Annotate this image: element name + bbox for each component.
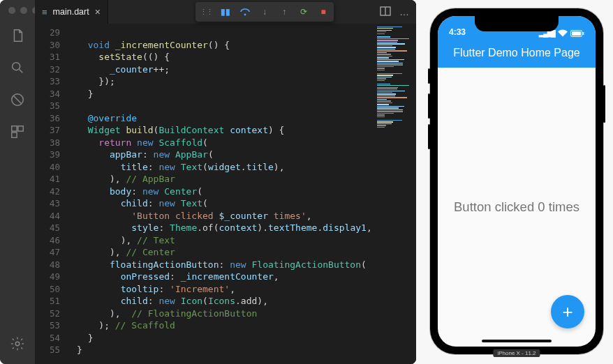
counter-text: Button clicked 0 times xyxy=(454,199,579,215)
debug-stop-button[interactable]: ■ xyxy=(317,6,330,18)
phone-power-button xyxy=(603,85,605,123)
debug-restart-button[interactable]: ⟳ xyxy=(297,6,310,18)
app-bar-title: Flutter Demo Home Page xyxy=(453,47,579,59)
svg-point-5 xyxy=(15,342,20,346)
debug-pause-button[interactable]: ▮▮ xyxy=(219,6,232,18)
debug-step-into-button[interactable]: ↓ xyxy=(258,6,271,18)
floating-action-button[interactable]: + xyxy=(551,295,584,328)
search-icon[interactable] xyxy=(10,60,25,78)
more-actions-icon[interactable]: … xyxy=(399,6,409,18)
phone-mute-switch xyxy=(428,68,430,84)
status-time: 4:33 xyxy=(449,27,466,37)
editor-tabbar: ≡ main.dart × ⋮⋮ ▮▮ ↓ ↑ ⟳ ■ … xyxy=(35,0,416,24)
debug-toolbar[interactable]: ⋮⋮ ▮▮ ↓ ↑ ⟳ ■ xyxy=(195,2,334,22)
svg-rect-4 xyxy=(12,132,17,137)
phone-notch xyxy=(475,16,559,31)
device-label: iPhone X - 11.2 xyxy=(493,349,540,357)
phone-screen: 4:33 ▂▄▆█ Flutter Demo Home Page Button … xyxy=(438,16,596,347)
debug-step-out-button[interactable]: ↑ xyxy=(278,6,290,18)
code-content[interactable]: void _incrementCounter() { setState(() {… xyxy=(70,24,416,364)
tab-main-dart[interactable]: ≡ main.dart × xyxy=(35,0,108,24)
tab-close-icon[interactable]: × xyxy=(95,6,101,17)
minimap[interactable] xyxy=(374,24,416,364)
settings-gear-icon[interactable] xyxy=(10,336,25,354)
split-editor-icon[interactable] xyxy=(380,6,391,18)
svg-rect-3 xyxy=(18,126,23,131)
iphone-frame: 4:33 ▂▄▆█ Flutter Demo Home Page Button … xyxy=(430,8,603,354)
line-number-gutter: 29 30 31 32 33 34 35 36 37 38 39 40 41 4… xyxy=(35,24,70,364)
svg-rect-9 xyxy=(572,31,581,36)
mac-min-dot[interactable] xyxy=(20,7,27,14)
extensions-icon[interactable] xyxy=(10,124,25,142)
wifi-icon xyxy=(558,29,568,37)
svg-point-6 xyxy=(244,14,246,16)
home-indicator[interactable] xyxy=(482,340,552,342)
svg-rect-10 xyxy=(583,32,584,35)
battery-icon xyxy=(570,30,584,37)
debug-icon[interactable] xyxy=(10,92,25,110)
add-icon: + xyxy=(562,301,573,323)
debug-step-over-button[interactable] xyxy=(239,6,251,18)
explorer-icon[interactable] xyxy=(10,28,25,46)
code-area[interactable]: 29 30 31 32 33 34 35 36 37 38 39 40 41 4… xyxy=(35,24,416,364)
mac-close-dot[interactable] xyxy=(8,7,15,14)
editor-main: ≡ main.dart × ⋮⋮ ▮▮ ↓ ↑ ⟳ ■ … xyxy=(35,0,416,364)
code-editor-window: ≡ main.dart × ⋮⋮ ▮▮ ↓ ↑ ⟳ ■ … xyxy=(0,0,416,364)
simulator-panel: 4:33 ▂▄▆█ Flutter Demo Home Page Button … xyxy=(416,0,613,364)
svg-rect-2 xyxy=(12,126,17,131)
tab-filename: main.dart xyxy=(53,7,89,17)
debug-grip-icon[interactable]: ⋮⋮ xyxy=(200,8,212,17)
editor-title-actions: … xyxy=(380,6,416,18)
activity-bar xyxy=(0,0,35,364)
dart-file-icon: ≡ xyxy=(42,7,47,17)
phone-volume-down xyxy=(428,124,430,149)
app-bar: Flutter Demo Home Page xyxy=(438,38,596,68)
svg-point-0 xyxy=(13,63,20,70)
phone-volume-up xyxy=(428,93,430,119)
